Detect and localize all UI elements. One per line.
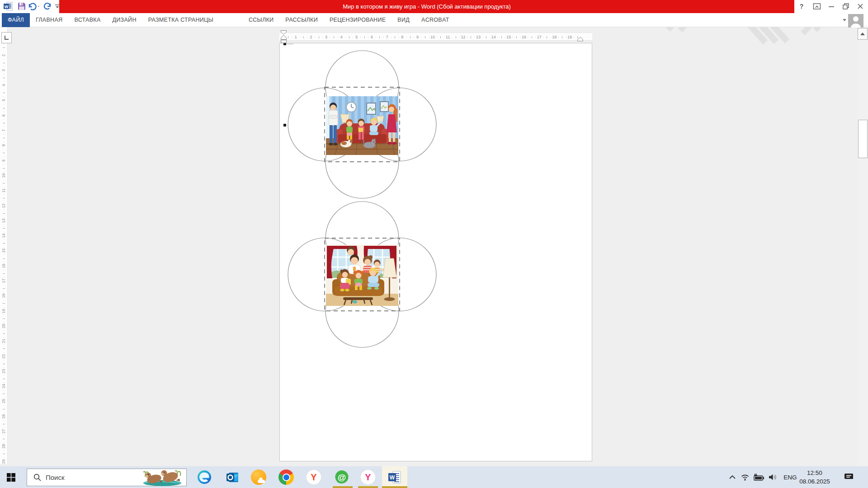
- right-indent-marker[interactable]: [577, 35, 583, 43]
- tab-design[interactable]: ДИЗАЙН: [107, 13, 142, 27]
- v-ruler-tick: [3, 183, 5, 183]
- taskbar-app-chrome[interactable]: [276, 466, 296, 488]
- h-ruler-number: 13: [475, 35, 481, 39]
- tab-insert[interactable]: ВСТАВКА: [68, 13, 106, 27]
- tab-file[interactable]: ФАЙЛ: [2, 13, 30, 27]
- v-ruler-tick: [4, 277, 4, 277]
- edge-icon: [197, 469, 212, 485]
- h-ruler-tick: [364, 36, 365, 38]
- left-tab-icon: [5, 36, 9, 40]
- h-ruler-number: 5: [354, 35, 360, 39]
- help-icon[interactable]: ?: [795, 1, 808, 12]
- taskbar-app-edge[interactable]: [194, 466, 214, 488]
- family-image-1[interactable]: [326, 96, 398, 155]
- scrollbar-track[interactable]: [858, 27, 868, 466]
- v-ruler-number: 19: [0, 308, 7, 314]
- petal-fold-template-2[interactable]: [285, 199, 441, 355]
- v-ruler-tick: [3, 168, 5, 169]
- v-ruler-tick: [3, 409, 5, 409]
- scrollbar-thumb[interactable]: [858, 120, 868, 158]
- title-bar-red-band[interactable]: Мир в котором я живу игра - Word (Сбой а…: [59, 0, 794, 13]
- volume-icon[interactable]: [767, 466, 778, 488]
- v-ruler-number: 9: [0, 157, 7, 164]
- v-ruler-tick: [4, 427, 4, 428]
- tab-page-layout[interactable]: РАЗМЕТКА СТРАНИЦЫ: [142, 13, 219, 27]
- search-input[interactable]: Поиск: [27, 469, 187, 486]
- avatar[interactable]: [848, 14, 863, 28]
- anchor-tick: [287, 44, 293, 44]
- avatar-dropdown-icon[interactable]: [843, 19, 846, 21]
- v-ruler-tick: [4, 179, 4, 180]
- tab-mailings[interactable]: РАССЫЛКИ: [279, 13, 324, 27]
- h-ruler-tick: [334, 36, 334, 38]
- v-ruler-tick: [4, 360, 4, 360]
- action-center-icon[interactable]: [842, 466, 856, 488]
- h-ruler-tick: [425, 36, 425, 38]
- save-icon[interactable]: [16, 1, 27, 12]
- v-ruler-tick: [3, 78, 5, 78]
- tab-view[interactable]: ВИД: [392, 13, 415, 27]
- tray-chevron-icon[interactable]: [726, 466, 739, 488]
- restore-icon[interactable]: [839, 1, 853, 12]
- v-ruler-tick: [4, 442, 4, 443]
- v-ruler-tick: [4, 382, 4, 383]
- tab-home[interactable]: ГЛАВНАЯ: [30, 13, 68, 27]
- h-ruler-number: 14: [491, 35, 497, 39]
- taskbar-app-word[interactable]: W: [382, 466, 407, 488]
- v-ruler-number: 3: [0, 67, 7, 74]
- battery-icon[interactable]: [752, 466, 766, 488]
- ribbon-display-options-icon[interactable]: [810, 1, 824, 12]
- close-icon[interactable]: [854, 1, 867, 12]
- taskbar-app-yandex[interactable]: Y: [358, 466, 378, 488]
- v-ruler-tick: [3, 273, 5, 274]
- h-ruler-tick: [406, 37, 406, 38]
- h-ruler-number: 8: [399, 35, 406, 39]
- taskbar-app-yandex-browser[interactable]: Y: [304, 466, 324, 488]
- minimize-icon[interactable]: [825, 1, 838, 12]
- v-ruler-tick: [3, 138, 5, 138]
- h-ruler-tick: [322, 37, 323, 38]
- h-ruler-tick: [376, 37, 376, 38]
- search-highlight-seals-image[interactable]: [139, 469, 186, 486]
- undo-icon[interactable]: [27, 1, 41, 12]
- tray-clock[interactable]: 12:50 08.06.2025: [792, 469, 837, 486]
- redo-icon[interactable]: [42, 1, 53, 12]
- taskbar-app-weather[interactable]: [249, 466, 269, 488]
- h-ruler-tick: [532, 36, 532, 38]
- tab-review[interactable]: РЕЦЕНЗИРОВАНИЕ: [324, 13, 392, 27]
- h-ruler-tick: [467, 37, 467, 38]
- petal-fold-template-1[interactable]: [285, 47, 441, 203]
- v-ruler-tick: [4, 458, 4, 458]
- hanging-indent-marker[interactable]: [281, 35, 287, 45]
- v-ruler-tick: [3, 303, 5, 304]
- h-ruler-tick: [573, 37, 574, 38]
- v-ruler-number: 28: [0, 443, 7, 450]
- v-ruler-tick: [4, 89, 4, 89]
- h-ruler-tick: [410, 36, 410, 38]
- family-image-2[interactable]: [326, 245, 398, 306]
- weather-icon: [251, 469, 266, 485]
- h-ruler-tick: [558, 37, 559, 38]
- v-ruler-tick: [3, 63, 5, 63]
- v-ruler-tick: [4, 285, 4, 285]
- v-ruler-tick: [4, 435, 4, 436]
- scrollbar-up-arrow[interactable]: [858, 28, 868, 40]
- wifi-icon[interactable]: [740, 466, 750, 488]
- v-ruler-tick: [4, 112, 4, 112]
- v-ruler-tick: [4, 405, 4, 405]
- h-ruler-tick: [315, 37, 315, 38]
- running-indicator-mail: [333, 486, 353, 488]
- taskbar-app-outlook[interactable]: [222, 466, 242, 488]
- v-ruler-tick: [3, 379, 5, 379]
- h-ruler-number: 7: [384, 35, 390, 39]
- v-ruler-tick: [4, 164, 4, 164]
- search-placeholder: Поиск: [46, 474, 65, 481]
- taskbar-app-mail-ru-agent[interactable]: @: [332, 466, 352, 488]
- v-ruler-number: 15: [0, 247, 7, 254]
- tab-references[interactable]: ССЫЛКИ: [243, 13, 279, 27]
- start-button[interactable]: [0, 466, 22, 488]
- tab-selector[interactable]: [1, 32, 12, 43]
- tab-acrobat[interactable]: ACROBAT: [415, 13, 455, 27]
- v-ruler-tick: [3, 319, 5, 319]
- v-ruler-tick: [4, 119, 4, 120]
